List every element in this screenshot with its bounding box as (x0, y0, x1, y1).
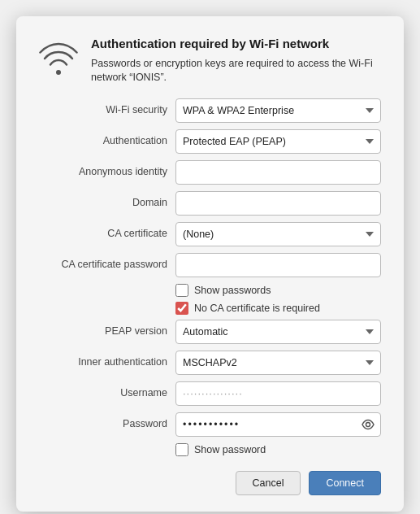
wifi-security-label: Wi-Fi security (39, 103, 175, 118)
connect-button[interactable]: Connect (309, 471, 381, 495)
ca-certificate-label: CA certificate (39, 227, 175, 242)
form-area: Wi-Fi security WPA & WPA2 Enterprise Aut… (39, 98, 381, 456)
dialog-footer: Cancel Connect (39, 471, 381, 495)
anonymous-identity-label: Anonymous identity (39, 165, 175, 180)
svg-point-1 (366, 422, 370, 426)
domain-label: Domain (39, 196, 175, 211)
ca-certificate-select[interactable]: (None) (175, 222, 381, 246)
show-password-row: Show password (175, 443, 381, 456)
authentication-row: Authentication Protected EAP (PEAP) (39, 129, 381, 154)
dialog-subtitle: Passwords or encryption keys are require… (91, 57, 381, 85)
dialog-title: Authentication required by Wi-Fi network (91, 36, 381, 52)
username-label: Username (39, 386, 175, 401)
eye-icon (362, 418, 375, 431)
anonymous-identity-control (175, 160, 381, 185)
authentication-label: Authentication (39, 134, 175, 149)
ca-certificate-password-control (175, 253, 381, 277)
username-control (175, 381, 381, 406)
cancel-button[interactable]: Cancel (236, 471, 301, 495)
anonymous-identity-row: Anonymous identity (39, 160, 381, 185)
show-passwords-text: Show passwords (194, 285, 271, 296)
password-row: Password (39, 412, 381, 437)
password-wrapper (175, 412, 381, 437)
wifi-security-control: WPA & WPA2 Enterprise (175, 98, 381, 123)
show-password-checkbox[interactable] (175, 443, 188, 456)
wifi-security-select[interactable]: WPA & WPA2 Enterprise (175, 98, 381, 123)
inner-authentication-select[interactable]: MSCHAPv2 (175, 351, 381, 375)
peap-version-label: PEAP version (39, 325, 175, 339)
ca-certificate-password-row: CA certificate password (39, 253, 381, 277)
wifi-security-row: Wi-Fi security WPA & WPA2 Enterprise (39, 98, 381, 123)
ca-certificate-control: (None) (175, 222, 381, 246)
ca-certificate-row: CA certificate (None) (39, 222, 381, 246)
no-ca-checkbox[interactable] (175, 302, 188, 315)
peap-version-row: PEAP version Automatic (39, 320, 381, 344)
domain-control (175, 191, 381, 216)
authentication-control: Protected EAP (PEAP) (175, 129, 381, 154)
ca-certificate-password-label: CA certificate password (39, 258, 175, 272)
peap-version-select[interactable]: Automatic (175, 320, 381, 344)
svg-point-0 (56, 70, 61, 75)
inner-authentication-control: MSCHAPv2 (175, 351, 381, 375)
peap-version-control: Automatic (175, 320, 381, 344)
password-control (175, 412, 381, 437)
show-password-toggle-button[interactable] (360, 416, 376, 433)
anonymous-identity-input[interactable] (175, 160, 381, 185)
no-ca-label-wrapper[interactable]: No CA certificate is required (175, 302, 320, 315)
no-ca-text: No CA certificate is required (194, 303, 320, 314)
domain-row: Domain (39, 191, 381, 216)
dialog-text: Authentication required by Wi-Fi network… (91, 36, 381, 85)
show-passwords-row: Show passwords (175, 284, 381, 297)
password-input[interactable] (175, 412, 381, 437)
authentication-select[interactable]: Protected EAP (PEAP) (175, 129, 381, 154)
username-row: Username (39, 381, 381, 406)
show-passwords-checkbox[interactable] (175, 284, 188, 297)
show-password-label-wrapper[interactable]: Show password (175, 443, 266, 456)
inner-authentication-label: Inner authentication (39, 355, 175, 370)
show-password-text: Show password (194, 444, 266, 455)
wifi-icon (39, 37, 78, 76)
inner-authentication-row: Inner authentication MSCHAPv2 (39, 351, 381, 375)
password-label: Password (39, 417, 175, 432)
domain-input[interactable] (175, 191, 381, 216)
show-passwords-label-wrapper[interactable]: Show passwords (175, 284, 271, 297)
wifi-auth-dialog: Authentication required by Wi-Fi network… (16, 16, 404, 512)
no-ca-row: No CA certificate is required (175, 302, 381, 315)
username-input[interactable] (175, 381, 381, 406)
dialog-header: Authentication required by Wi-Fi network… (39, 36, 381, 85)
ca-certificate-password-input[interactable] (175, 253, 381, 277)
